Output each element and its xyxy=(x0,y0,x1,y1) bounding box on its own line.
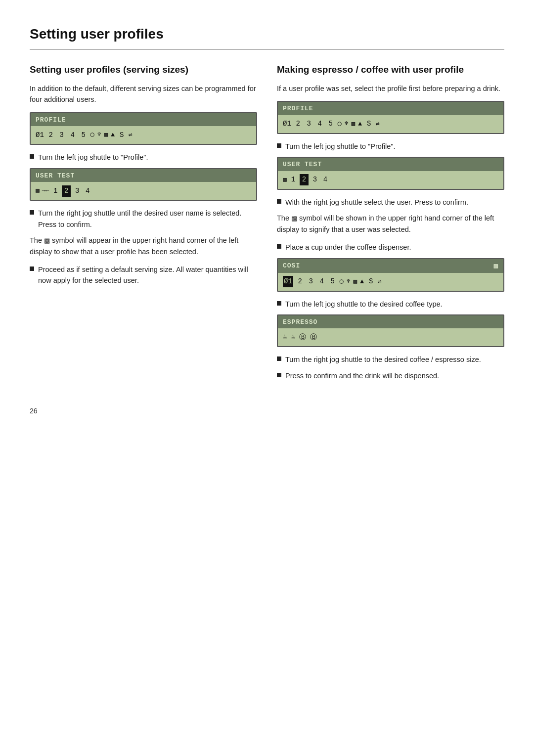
left-user-test-display: USER TEST ▩ →← 1 2 3 4 xyxy=(30,168,257,201)
r-bullet-square-1 xyxy=(277,143,281,148)
two-column-layout: Setting user profiles (serving sizes) In… xyxy=(30,64,504,386)
left-bullet-1-text: Turn the left jog shuttle to "Profile". xyxy=(38,152,148,163)
cosi-char-2: 2 xyxy=(296,276,304,287)
left-bullet-3-text: Proceed as if setting a default serving … xyxy=(38,264,257,286)
lcd-user-2-selected: 2 xyxy=(62,185,71,197)
right-bullet-6-text: Press to confirm and the drink will be d… xyxy=(285,370,439,381)
left-bullet-1: Turn the left jog shuttle to "Profile". xyxy=(30,152,257,163)
lcd-char-4: 4 xyxy=(69,130,77,140)
cosi-char-3: 3 xyxy=(307,276,315,287)
lcd-user-1: 1 xyxy=(51,186,59,196)
cup-small-icon: ☕ xyxy=(283,332,287,343)
r-bullet-square-3 xyxy=(277,244,281,249)
cosi-steam-icon: ♆ xyxy=(347,277,351,287)
espresso-title: ESPRESSO xyxy=(278,315,503,329)
left-profile-content: Ø1 2 3 4 5 ◯ ♆ ▩ ▲ S ⇌ xyxy=(31,126,256,144)
r-lcd-char-5: 5 xyxy=(327,119,335,129)
inline-user-icon: ▩ xyxy=(44,236,50,246)
cosi-user-icon2: ▩ xyxy=(353,277,357,287)
r-user-figure-icon: ▩ xyxy=(283,175,287,185)
right-symbol-text: The ▩ symbol will be shown in the upper … xyxy=(277,213,504,235)
lcd-user-icon: ▩ xyxy=(104,130,108,140)
lcd-steam-icon: ♆ xyxy=(97,130,101,140)
cup-medium-icon: ☕ xyxy=(291,332,295,343)
cosi-user-icon: ▩ xyxy=(494,261,498,271)
cosi-display: COSI ▩ Ø1 2 3 4 5 ◯ ♆ ▩ ▲ S ⇌ xyxy=(277,258,504,292)
right-profile-display: PROFILE Ø1 2 3 4 5 ◯ ♆ ▩ ▲ S ⇌ xyxy=(277,101,504,134)
cosi-title-text: COSI xyxy=(283,261,300,271)
lcd-mountain-icon: ▲ xyxy=(111,130,115,140)
cosi-clock-icon: ◯ xyxy=(340,277,344,287)
left-section-heading: Setting user profiles (serving sizes) xyxy=(30,64,257,76)
cup-large-icon: Ⓑ xyxy=(310,332,317,343)
espresso-content: ☕ ☕ Ⓑ Ⓑ xyxy=(278,328,503,346)
right-bullet-2-text: With the right jog shuttle select the us… xyxy=(285,197,468,208)
lcd-char-3: 3 xyxy=(58,130,66,140)
r-lcd-user-3: 3 xyxy=(311,175,319,185)
lcd-char-o1: Ø1 xyxy=(36,130,44,140)
cosi-content: Ø1 2 3 4 5 ◯ ♆ ▩ ▲ S ⇌ xyxy=(278,273,503,291)
right-section-heading: Making espresso / coffee with user profi… xyxy=(277,64,504,76)
lcd-settings-icon: ⇌ xyxy=(129,130,133,140)
right-bullet-4-text: Turn the left jog shuttle to the desired… xyxy=(285,299,443,310)
right-intro-text: If a user profile was set, select the pr… xyxy=(277,83,504,94)
r-lcd-user-4: 4 xyxy=(321,175,329,185)
lcd-char-2: 2 xyxy=(47,130,55,140)
title-divider xyxy=(30,49,504,50)
left-bullet-3: Proceed as if setting a default serving … xyxy=(30,264,257,286)
right-bullet-4: Turn the left jog shuttle to the desired… xyxy=(277,299,504,310)
right-bullet-2: With the right jog shuttle select the us… xyxy=(277,197,504,208)
r-lcd-user-icon: ▩ xyxy=(351,119,355,129)
left-user-test-content: ▩ →← 1 2 3 4 xyxy=(31,182,256,200)
left-column: Setting user profiles (serving sizes) In… xyxy=(30,64,257,386)
r-lcd-char-s: S xyxy=(365,119,373,129)
r-inline-user-icon: ▩ xyxy=(291,214,297,223)
user-figure-icon-left: ▩ xyxy=(36,186,40,196)
r-lcd-mountain-icon: ▲ xyxy=(358,119,362,129)
left-symbol-text: The ▩ symbol will appear in the upper ri… xyxy=(30,235,257,257)
right-bullet-3: Place a cup under the coffee dispenser. xyxy=(277,242,504,253)
left-profile-display: PROFILE Ø1 2 3 4 5 ◯ ♆ ▩ ▲ S ⇌ xyxy=(30,112,257,145)
lcd-user-3: 3 xyxy=(73,186,81,196)
page-number: 26 xyxy=(30,406,504,416)
left-bullet-2: Turn the right jog shuttle until the des… xyxy=(30,208,257,230)
right-bullet-1-text: Turn the left jog shuttle to "Profile". xyxy=(285,141,396,152)
r-lcd-char-2: 2 xyxy=(294,119,302,129)
cosi-char-5: 5 xyxy=(329,276,337,287)
left-intro-text: In addition to the default, different se… xyxy=(30,83,257,105)
cosi-mountain-icon: ▲ xyxy=(360,277,364,287)
cosi-settings-icon: ⇌ xyxy=(378,277,382,287)
left-user-test-title: USER TEST xyxy=(31,169,256,182)
right-bullet-5: Turn the right jog shuttle to the desire… xyxy=(277,354,504,365)
r-lcd-char-o1: Ø1 xyxy=(283,119,291,129)
r-lcd-user-1: 1 xyxy=(289,175,297,185)
right-user-test-title: USER TEST xyxy=(278,158,503,171)
lcd-char-5: 5 xyxy=(80,130,88,140)
right-profile-title: PROFILE xyxy=(278,102,503,115)
bullet-square-2 xyxy=(30,210,34,215)
cosi-title-row: COSI ▩ xyxy=(278,259,503,273)
cup-double-icon: Ⓑ xyxy=(299,332,306,343)
cosi-char-s: S xyxy=(367,276,375,287)
r-lcd-user-2-selected: 2 xyxy=(300,174,309,185)
r-lcd-char-3: 3 xyxy=(305,119,313,129)
lcd-user-4: 4 xyxy=(84,186,91,196)
right-bullet-1: Turn the left jog shuttle to "Profile". xyxy=(277,141,504,152)
lcd-clock-icon: ◯ xyxy=(90,130,94,140)
left-bullet-2-text: Turn the right jog shuttle until the des… xyxy=(38,208,257,230)
right-bullet-6: Press to confirm and the drink will be d… xyxy=(277,370,504,381)
r-bullet-square-4 xyxy=(277,301,281,306)
right-bullet-3-text: Place a cup under the coffee dispenser. xyxy=(285,242,411,253)
r-bullet-square-6 xyxy=(277,373,281,377)
r-bullet-square-5 xyxy=(277,356,281,361)
arrow-left-icon: →← xyxy=(42,186,49,195)
espresso-display: ESPRESSO ☕ ☕ Ⓑ Ⓑ xyxy=(277,314,504,348)
r-lcd-clock-icon: ◯ xyxy=(338,119,342,129)
r-lcd-settings-icon: ⇌ xyxy=(376,119,380,129)
left-profile-title: PROFILE xyxy=(31,113,256,127)
r-lcd-char-4: 4 xyxy=(316,119,324,129)
cosi-char-4: 4 xyxy=(318,276,326,287)
right-profile-content: Ø1 2 3 4 5 ◯ ♆ ▩ ▲ S ⇌ xyxy=(278,115,503,133)
bullet-square-1 xyxy=(30,154,34,159)
right-column: Making espresso / coffee with user profi… xyxy=(277,64,504,386)
